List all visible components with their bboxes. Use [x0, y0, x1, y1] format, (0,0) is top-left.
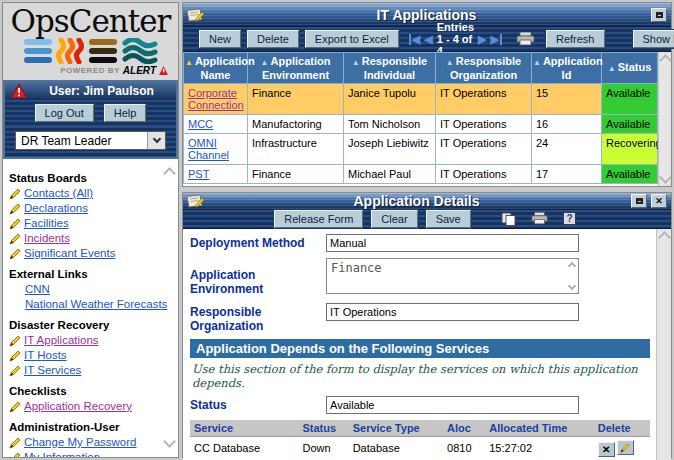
column-header-application-name[interactable]: ▲Application Name — [184, 53, 248, 84]
form-scrollbar[interactable] — [656, 229, 671, 460]
sidebar-item-cnn[interactable]: CNN — [9, 282, 174, 297]
show-filters-button[interactable]: Show Filters — [633, 30, 674, 48]
application-link[interactable]: MCC — [188, 118, 213, 130]
section-title-status-boards: Status Boards — [9, 172, 174, 184]
scroll-up-icon[interactable] — [659, 54, 672, 67]
last-page-icon[interactable]: ▶ — [491, 34, 502, 45]
column-header-application-id[interactable]: ▲Application Id — [532, 53, 602, 84]
it-applications-panel: IT Applications New Delete Export to Exc… — [182, 2, 672, 187]
role-select-arrow[interactable] — [147, 132, 165, 149]
maximize-button[interactable] — [651, 8, 667, 22]
close-icon[interactable]: ✕ — [651, 194, 667, 208]
refresh-button[interactable]: Refresh — [546, 30, 605, 48]
sort-asc-icon: ▲ — [446, 58, 454, 67]
sort-asc-icon: ▲ — [352, 58, 360, 67]
sidebar-item-it-hosts[interactable]: IT Hosts — [9, 348, 174, 363]
sidebar: OpsCenter POWERED BY ALERT User: Jim Pau — [2, 2, 179, 458]
table-row[interactable]: OMNI Channel Infrastructure Joseph Liebi… — [184, 134, 658, 165]
help-button[interactable]: Help — [104, 104, 147, 122]
sidebar-item-contacts[interactable]: Contacts (All) — [9, 186, 174, 201]
application-link[interactable]: Corporate Connection — [188, 87, 244, 111]
alert-triangle-icon — [159, 66, 168, 75]
sidebar-item-application-recovery[interactable]: Application Recovery — [9, 399, 174, 414]
pencil-icon — [9, 248, 21, 260]
sidebar-scroll-down[interactable] — [165, 435, 174, 449]
next-page-icon[interactable]: ▶ — [478, 34, 486, 45]
first-page-icon[interactable]: ◀ — [409, 34, 420, 45]
scroll-down-icon[interactable] — [659, 171, 672, 184]
user-panel: User: Jim Paulson Log Out Help DR Team L… — [3, 80, 178, 159]
delete-button[interactable]: Delete — [247, 30, 299, 48]
maximize-button[interactable] — [631, 194, 647, 208]
panel-title: Application Details — [206, 193, 627, 209]
pencil-icon — [9, 437, 21, 449]
table-scrollbar[interactable] — [658, 52, 671, 186]
sidebar-item-change-password[interactable]: Change My Password — [9, 435, 174, 450]
service-row: CC Database Down Database 0810 15:27:02 … — [190, 437, 650, 460]
deployment-method-label: Deployment Method — [190, 234, 326, 250]
edit-service-icon[interactable] — [617, 440, 634, 455]
table-row[interactable]: MCC Manufactoring Tom Nicholson IT Opera… — [184, 115, 658, 134]
sidebar-item-my-information[interactable]: My Information — [9, 450, 174, 457]
sort-asc-icon: ▲ — [261, 58, 269, 67]
opscenter-logo: OpsCenter POWERED BY ALERT — [3, 3, 178, 80]
status-badge: Available — [602, 115, 658, 134]
table-row[interactable]: Corporate Connection Finance Janice Tupo… — [184, 84, 658, 115]
sidebar-item-facilities[interactable]: Facilities — [9, 216, 174, 231]
export-to-excel-button[interactable]: Export to Excel — [305, 30, 399, 48]
svc-column-delete: Delete — [594, 420, 650, 437]
application-environment-textarea[interactable]: Finance — [326, 258, 579, 294]
powered-by-label: POWERED BY — [60, 66, 120, 75]
status-input[interactable] — [326, 396, 579, 414]
role-select[interactable]: DR Team Leader — [15, 131, 166, 150]
pencil-icon — [9, 203, 21, 215]
application-environment-label: Application Environment — [190, 258, 326, 296]
section-title-administration-user: Administration-User — [9, 421, 174, 433]
depends-section-instructions: Use this section of the form to display … — [192, 362, 650, 390]
application-details-panel: Application Details ✕ Release Form Clear… — [182, 192, 672, 458]
save-button[interactable]: Save — [426, 210, 471, 228]
role-select-value: DR Team Leader — [16, 134, 147, 148]
sidebar-item-incidents[interactable]: Incidents — [9, 231, 174, 246]
release-form-button[interactable]: Release Form — [274, 210, 363, 228]
prev-page-icon[interactable]: ◀ — [424, 34, 432, 45]
help-icon[interactable]: ? — [563, 212, 576, 226]
sidebar-item-declarations[interactable]: Declarations — [9, 201, 174, 216]
pencil-icon — [9, 350, 21, 362]
application-details-titlebar: Application Details ✕ — [183, 193, 671, 210]
pencil-icon — [9, 218, 21, 230]
print-icon[interactable] — [516, 32, 536, 46]
application-link[interactable]: OMNI Channel — [188, 137, 229, 161]
delete-service-icon[interactable]: ✕ — [598, 442, 615, 457]
application-link[interactable]: PST — [188, 168, 209, 180]
column-header-application-environment[interactable]: ▲Application Environment — [248, 53, 344, 84]
sidebar-item-it-services[interactable]: IT Services — [9, 363, 174, 378]
column-header-status[interactable]: ▲Status — [602, 53, 658, 84]
sidebar-item-it-applications[interactable]: IT Applications — [9, 333, 174, 348]
sidebar-nav: Status Boards Contacts (All) Declaration… — [3, 159, 178, 457]
copy-icon[interactable] — [501, 212, 517, 226]
it-applications-table: ▲Application Name ▲Application Environme… — [183, 52, 658, 184]
svg-text:?: ? — [566, 213, 572, 224]
column-header-responsible-organization[interactable]: ▲Responsible Organization — [436, 53, 532, 84]
sort-asc-icon: ▲ — [533, 58, 541, 67]
scroll-up-icon[interactable] — [658, 231, 671, 244]
sort-asc-icon: ▲ — [185, 58, 193, 67]
table-row[interactable]: PST Finance Michael Paul IT Operations 1… — [184, 165, 658, 184]
pencil-icon — [9, 401, 21, 413]
deployment-method-input[interactable] — [326, 234, 579, 252]
print-icon[interactable] — [531, 212, 549, 226]
sidebar-item-significant-events[interactable]: Significant Events — [9, 246, 174, 261]
sidebar-item-weather[interactable]: National Weather Forecasts — [9, 297, 174, 312]
notepad-icon — [187, 193, 206, 209]
status-badge: Recovering — [602, 134, 658, 165]
clear-button[interactable]: Clear — [371, 210, 417, 228]
pencil-icon — [9, 233, 21, 245]
new-button[interactable]: New — [199, 30, 241, 48]
it-applications-toolbar: New Delete Export to Excel ◀ ◀ Entries 1… — [183, 27, 671, 52]
logout-button[interactable]: Log Out — [35, 104, 94, 122]
responsible-organization-input[interactable] — [326, 303, 579, 321]
svc-column-allocated-time: Allocated Time — [485, 420, 593, 437]
sidebar-scroll-up[interactable] — [165, 167, 174, 181]
column-header-responsible-individual[interactable]: ▲Responsible Individual — [344, 53, 436, 84]
